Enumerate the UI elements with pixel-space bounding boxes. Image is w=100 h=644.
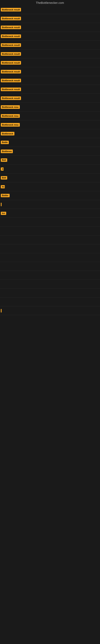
- table-row: [0, 271, 100, 280]
- table-row: Bot: [0, 209, 100, 218]
- table-row: Bottleneck result: [0, 50, 100, 58]
- table-row: [0, 218, 100, 226]
- table-row: Bottlenec: [0, 147, 100, 156]
- table-row: Bott: [0, 156, 100, 164]
- bottleneck-mini-badge: [1, 309, 1, 312]
- bottleneck-result-badge: Bottleneck resu: [1, 114, 20, 118]
- bottleneck-result-badge: Bott: [1, 158, 7, 162]
- bottleneck-result-badge: Bottleneck result: [1, 79, 21, 82]
- table-row: Bottleneck result: [0, 58, 100, 67]
- table-row: [0, 236, 100, 244]
- table-row: [0, 298, 100, 306]
- bottleneck-result-badge: Bottleneck result: [1, 96, 21, 100]
- table-row: Bottle: [0, 138, 100, 147]
- table-row: Bottleneck result: [0, 41, 100, 50]
- bottleneck-mini-badge: [1, 203, 1, 206]
- table-row: Bottleneck: [0, 129, 100, 138]
- bottleneck-result-badge: Bottleneck result: [1, 8, 21, 12]
- bottleneck-result-badge: Bot: [1, 212, 6, 215]
- table-row: [0, 226, 100, 236]
- table-row: [0, 262, 100, 271]
- table-row: B: [0, 164, 100, 174]
- bottleneck-result-badge: Bottleneck result: [1, 43, 21, 47]
- table-row: Bottleneck result: [0, 5, 100, 14]
- bottleneck-result-badge: Bottleneck result: [1, 26, 21, 29]
- table-row: [0, 306, 100, 315]
- bottleneck-result-badge: Bottle: [1, 141, 9, 144]
- bottleneck-result-badge: Bottleneck: [1, 132, 14, 136]
- bottleneck-result-badge: Bottleneck resu: [1, 105, 20, 109]
- table-row: Bo: [0, 182, 100, 191]
- table-row: [0, 253, 100, 262]
- table-row: Bottleneck result: [0, 85, 100, 94]
- bottleneck-result-badge: Bottler: [1, 194, 10, 197]
- table-row: Bottleneck result: [0, 14, 100, 23]
- site-title: TheBottlenecker.com: [0, 0, 100, 5]
- bottleneck-result-badge: Bottleneck resu: [1, 123, 20, 126]
- table-row: [0, 280, 100, 288]
- table-row: Bottleneck result: [0, 67, 100, 76]
- table-row: [0, 244, 100, 253]
- table-row: Bottleneck resu: [0, 120, 100, 129]
- table-row: Bottleneck result: [0, 23, 100, 32]
- bottleneck-result-badge: Bottleneck result: [1, 17, 21, 20]
- bottleneck-result-badge: Bottleneck result: [1, 34, 21, 38]
- table-row: [0, 288, 100, 298]
- bottleneck-result-badge: B: [1, 168, 3, 171]
- table-row: Bottleneck resu: [0, 103, 100, 112]
- table-row: Bottleneck result: [0, 76, 100, 85]
- bottleneck-result-badge: Bott: [1, 176, 7, 180]
- table-row: Bottleneck result: [0, 94, 100, 103]
- table-row: Bottleneck result: [0, 32, 100, 41]
- bottleneck-result-badge: Bo: [1, 185, 5, 188]
- bottleneck-result-badge: Bottleneck result: [1, 52, 21, 56]
- bottleneck-result-badge: Bottlenec: [1, 150, 13, 153]
- table-row: Bott: [0, 174, 100, 182]
- bottleneck-result-badge: Bottleneck result: [1, 88, 21, 91]
- table-row: Bottleneck resu: [0, 112, 100, 120]
- table-row: Bottler: [0, 191, 100, 200]
- bottleneck-result-badge: Bottleneck result: [1, 61, 21, 64]
- table-row: [0, 200, 100, 209]
- bottleneck-result-badge: Bottleneck result: [1, 70, 21, 74]
